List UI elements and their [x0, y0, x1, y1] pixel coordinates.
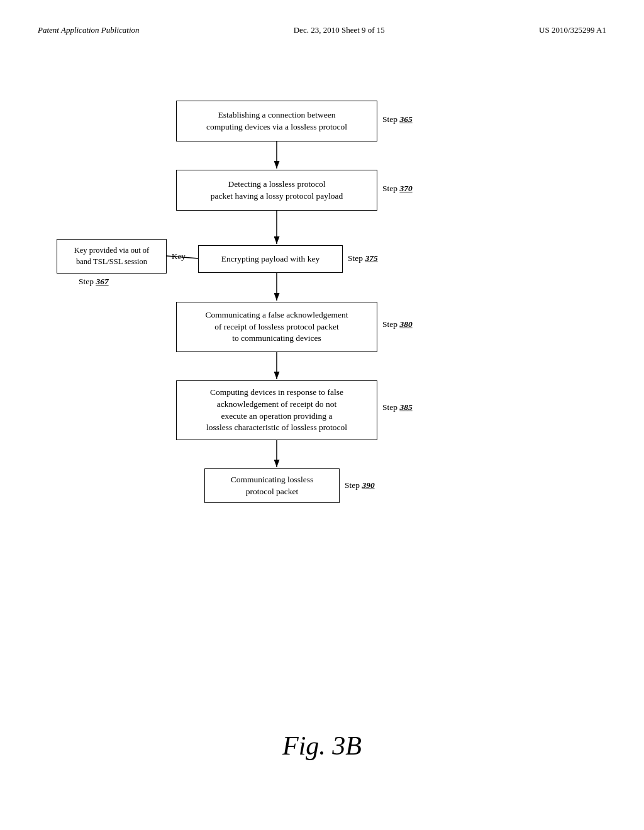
box-step-365: Establishing a connection between comput… — [176, 101, 377, 141]
box-step-365-text: Establishing a connection between comput… — [206, 109, 347, 133]
box-step-385: Computing devices in response to false a… — [176, 380, 377, 440]
step-label-365: Step 365 — [382, 114, 413, 124]
box-step-367: Key provided via out of band TSL/SSL ses… — [57, 239, 167, 274]
header-date-sheet: Dec. 23, 2010 Sheet 9 of 15 — [294, 25, 385, 35]
box-step-385-text: Computing devices in response to false a… — [206, 387, 347, 434]
box-step-375-text: Encrypting payload with key — [221, 253, 319, 265]
step-label-375: Step 375 — [348, 253, 378, 263]
header: Patent Application Publication Dec. 23, … — [38, 25, 606, 35]
box-step-390-text: Communicating lossless protocol packet — [231, 474, 314, 498]
diagram-area: Establishing a connection between comput… — [38, 94, 606, 704]
step-label-370: Step 370 — [382, 184, 413, 194]
box-step-380-text: Communicating a false acknowledgement of… — [206, 309, 348, 345]
box-step-390: Communicating lossless protocol packet — [204, 468, 340, 503]
header-publication: Patent Application Publication — [38, 25, 140, 35]
step-label-380: Step 380 — [382, 319, 413, 329]
key-label: Key — [172, 252, 186, 262]
header-patent-number: US 2010/325299 A1 — [539, 25, 606, 35]
step-label-367: Step 367 — [79, 277, 109, 287]
box-step-375: Encrypting payload with key — [198, 245, 343, 273]
box-step-367-text: Key provided via out of band TSL/SSL ses… — [74, 245, 149, 267]
figure-caption: Fig. 3B — [282, 731, 362, 761]
box-step-380: Communicating a false acknowledgement of… — [176, 302, 377, 352]
step-label-390: Step 390 — [345, 480, 375, 490]
box-step-370-text: Detecting a lossless protocol packet hav… — [211, 179, 343, 202]
page: Patent Application Publication Dec. 23, … — [0, 0, 644, 830]
step-label-385: Step 385 — [382, 402, 413, 412]
box-step-370: Detecting a lossless protocol packet hav… — [176, 170, 377, 211]
flowchart: Establishing a connection between comput… — [38, 94, 606, 704]
